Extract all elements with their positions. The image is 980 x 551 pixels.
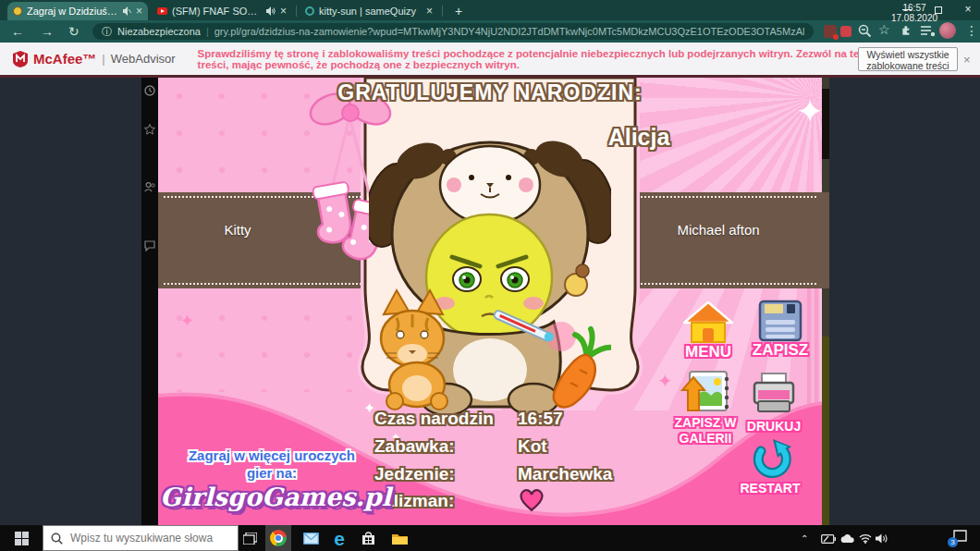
parent-name-label: Michael afton (626, 222, 811, 238)
youtube-favicon (157, 7, 167, 15)
extension-icon[interactable] (840, 26, 851, 37)
page-sidebar-strip (141, 78, 158, 525)
close-tab-icon[interactable]: × (426, 5, 433, 18)
windows-logo-icon (15, 532, 29, 545)
game-favicon (13, 6, 22, 16)
reload-icon[interactable]: ↻ (68, 23, 80, 40)
comment-icon[interactable] (144, 240, 155, 251)
mcafee-close-icon[interactable]: × (963, 53, 971, 67)
menu-label: MENU (685, 344, 731, 361)
girlsgogames-logo[interactable]: GirlsgoGames.pl (160, 483, 378, 511)
heart-icon (518, 487, 545, 512)
address-divider: | (206, 26, 209, 37)
restart-button[interactable]: RESTART (737, 438, 803, 496)
save-gallery-button[interactable]: ZAPISZ W GALERII (669, 370, 741, 447)
save-button[interactable]: ZAPISZ (748, 300, 813, 359)
menu-button[interactable]: MENU (676, 301, 741, 361)
extensions-puzzle-icon[interactable] (900, 24, 914, 38)
mcafee-message: Sprawdziliśmy tę stronę i zablokowaliśmy… (198, 48, 882, 70)
gallery-icon (680, 370, 730, 412)
button-line2: zablokowane treści (859, 60, 957, 71)
zoom-out-icon[interactable] (858, 24, 872, 38)
printer-icon (751, 372, 797, 414)
stat-value: Marchewka (518, 464, 612, 484)
close-tab-icon[interactable]: × (136, 5, 142, 18)
task-view-button[interactable] (237, 525, 263, 551)
game-canvas: Kitty Michael afton (158, 78, 822, 525)
chrome-icon (270, 530, 287, 546)
kebab-menu-icon[interactable]: ⋮ (965, 23, 978, 38)
volume-icon[interactable] (876, 533, 888, 544)
browser-window: Zagraj w Dzidziuś na Zamów × (SFM) FNAF … (0, 0, 980, 551)
tray-chevron-icon[interactable]: ⌃ (801, 533, 808, 544)
explorer-taskbar-button[interactable] (386, 525, 412, 551)
star-sparkle-icon: ✦ (180, 311, 194, 331)
baby-character (369, 131, 611, 422)
clock-time: 16:57 (886, 3, 943, 13)
extension-icon[interactable] (824, 25, 837, 38)
baby-name: Alicja (565, 124, 713, 151)
tab-samequizy[interactable]: kitty-sun | sameQuizy × (300, 2, 438, 20)
stat-value: Kot (518, 436, 547, 457)
speaker-icon[interactable] (266, 6, 276, 16)
mail-icon (303, 533, 319, 545)
url-text: gry.pl/gra/dzidzius-na-zamowienie?wpud=M… (214, 26, 804, 37)
task-view-icon (243, 533, 257, 545)
print-button[interactable]: DRUKUJ (741, 372, 807, 435)
clock-icon[interactable] (144, 85, 155, 96)
onedrive-cloud-icon[interactable] (839, 534, 855, 544)
new-tab-button[interactable]: + (451, 4, 466, 18)
mail-taskbar-button[interactable] (298, 525, 324, 551)
show-blocked-content-button[interactable]: Wyświetl wszystkie zablokowane treści (858, 47, 958, 71)
save-label: ZAPISZ (753, 342, 808, 359)
back-icon[interactable]: ← (11, 23, 24, 40)
strip-segment (822, 337, 829, 525)
button-line1: Wyświetl wszystkie (859, 49, 957, 60)
chrome-taskbar-button[interactable] (265, 525, 291, 551)
security-label[interactable]: Niezabezpieczona (117, 26, 201, 37)
users-icon[interactable] (144, 181, 155, 192)
search-icon (51, 533, 63, 545)
stat-label: Zabawka: (374, 436, 455, 457)
tab-game[interactable]: Zagraj w Dzidziuś na Zamów × (7, 2, 148, 20)
profile-avatar[interactable] (939, 22, 956, 39)
muted-speaker-icon[interactable] (122, 6, 131, 16)
mcafee-sep: | (102, 52, 104, 66)
restart-label: RESTART (740, 481, 800, 496)
store-taskbar-button[interactable] (355, 525, 381, 551)
print-label: DRUKUJ (747, 419, 801, 435)
clock-date: 17.08.2020 (886, 13, 943, 23)
wifi-icon[interactable] (859, 533, 872, 544)
cat-plush (381, 290, 447, 410)
battery-icon[interactable] (821, 534, 836, 544)
close-tab-icon[interactable]: × (280, 5, 287, 18)
start-button[interactable] (8, 525, 34, 551)
tab-title: Zagraj w Dzidziuś na Zamów (27, 6, 117, 17)
mcafee-brand: McAfee™ (33, 51, 96, 67)
action-center-button[interactable]: 3 (950, 530, 967, 545)
tab-youtube[interactable]: (SFM) FNAF SONG "IT'S ME" × (152, 2, 292, 20)
forward-icon[interactable]: → (41, 23, 54, 40)
star-icon[interactable] (144, 124, 155, 135)
search-input[interactable] (70, 532, 227, 545)
mcafee-shield-icon (13, 51, 28, 67)
tab-title: kitty-sun | sameQuizy (319, 6, 422, 17)
strip-segment (822, 192, 829, 288)
tray-clock[interactable]: 16:57 17.08.2020 (886, 3, 943, 23)
star-sparkle-icon: ✦ (796, 92, 822, 131)
edge-icon: e (334, 529, 345, 548)
save-gallery-label-2: GALERII (680, 431, 732, 447)
close-window-button[interactable]: × (954, 0, 980, 18)
stat-label: Jedzenie: (374, 464, 455, 484)
edge-taskbar-button[interactable]: e (326, 525, 352, 551)
promo-text[interactable]: Zagraj w więcej uroczych gier na: (175, 447, 369, 482)
page-right-strip (822, 78, 829, 525)
notification-badge: 3 (948, 537, 958, 547)
address-bar[interactable]: ⓘ Niezabezpieczona | gry.pl/gra/dzidzius… (92, 23, 814, 40)
info-icon[interactable]: ⓘ (102, 25, 112, 39)
house-icon (683, 301, 733, 344)
pet-name-label: Kitty (173, 222, 302, 238)
bookmark-star-icon[interactable]: ☆ (878, 22, 890, 37)
media-list-icon[interactable] (921, 25, 936, 37)
taskbar-search[interactable] (43, 525, 239, 551)
